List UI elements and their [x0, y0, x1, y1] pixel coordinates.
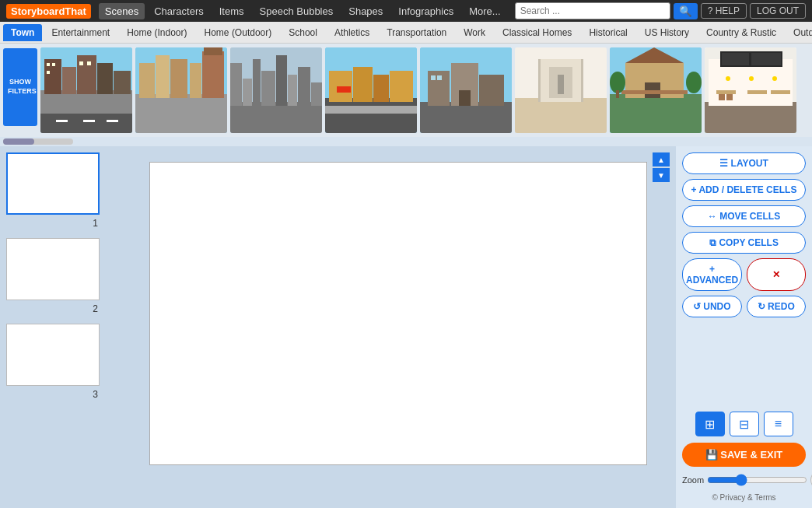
scene-thumb-5[interactable] [420, 47, 512, 133]
page-3-thumb[interactable] [6, 324, 100, 386]
svg-rect-3 [62, 67, 76, 94]
nav-items[interactable]: Items [213, 3, 250, 19]
right-panel-bottom: ⊞ ⊟ ≡ 💾 SAVE & EXIT Zoom ✕ © Privacy & T… [682, 412, 806, 502]
save-exit-button[interactable]: 💾 SAVE & EXIT [682, 443, 806, 467]
zoom-label: Zoom [682, 475, 704, 485]
svg-rect-30 [276, 55, 287, 106]
nav-infographics[interactable]: Infographics [392, 3, 460, 19]
svg-rect-22 [202, 51, 224, 98]
svg-rect-51 [515, 98, 607, 133]
svg-rect-5 [97, 63, 113, 94]
svg-rect-29 [261, 71, 275, 106]
page-1-thumb[interactable] [6, 152, 100, 215]
zoom-slider[interactable] [707, 474, 807, 486]
tab-home-outdoor[interactable]: Home (Outdoor) [197, 24, 280, 41]
show-filters-button[interactable]: SHOW FILTERS [3, 48, 37, 126]
layout-button[interactable]: ☰ LAYOUT [682, 152, 806, 174]
tab-work[interactable]: Work [456, 24, 493, 41]
storyboard-canvas[interactable] [149, 162, 647, 465]
svg-rect-21 [190, 63, 201, 98]
svg-point-65 [686, 72, 702, 93]
close-button[interactable]: ✕ [747, 258, 806, 291]
zoom-row: Zoom ✕ [682, 473, 806, 487]
layout-grid-button[interactable]: ⊞ [695, 412, 725, 436]
svg-rect-67 [705, 102, 796, 133]
svg-rect-27 [243, 79, 252, 106]
scene-thumb-7[interactable] [610, 47, 702, 133]
tab-entertainment[interactable]: Entertainment [44, 24, 117, 41]
svg-point-78 [749, 76, 754, 81]
nav-speech-bubbles[interactable]: Speech Bubbles [254, 3, 340, 19]
nav-shapes[interactable]: Shapes [342, 3, 389, 19]
tab-home-indoor[interactable]: Home (Indoor) [119, 24, 194, 41]
svg-rect-33 [311, 82, 322, 106]
top-navigation: StoryboardThat Scenes Characters Items S… [0, 0, 812, 22]
scene-thumb-6[interactable] [515, 47, 607, 133]
page-1-number: 1 [93, 218, 98, 229]
layout-rows-button[interactable]: ≡ [764, 412, 793, 436]
nav-more[interactable]: More... [463, 3, 506, 19]
svg-rect-48 [431, 75, 436, 80]
svg-rect-47 [459, 90, 471, 106]
scene-thumb-8[interactable] [705, 47, 796, 133]
search-area: 🔍 ? HELP LOG OUT [515, 2, 806, 19]
tab-us-history[interactable]: US History [637, 24, 697, 41]
undo-button[interactable]: ↺ UNDO [682, 296, 742, 317]
svg-rect-31 [288, 75, 297, 106]
svg-rect-62 [621, 90, 688, 94]
svg-rect-8 [52, 63, 55, 66]
advanced-button[interactable]: + ADVANCED [682, 258, 742, 291]
svg-rect-37 [353, 67, 373, 102]
tab-classical-homes[interactable]: Classical Homes [495, 24, 579, 41]
help-button[interactable]: ? HELP [701, 3, 747, 19]
search-input[interactable] [515, 2, 670, 19]
svg-rect-35 [325, 98, 417, 133]
layout-icons-row: ⊞ ⊟ ≡ [682, 412, 806, 436]
right-panel: ☰ LAYOUT + ADD / DELETE CELLS ↔ MOVE CEL… [676, 146, 812, 508]
move-cells-button[interactable]: ↔ MOVE CELLS [682, 205, 806, 227]
canvas-up-button[interactable]: ▲ [653, 152, 670, 166]
tab-school[interactable]: School [281, 24, 325, 41]
page-1-wrap: 1 [6, 152, 100, 215]
svg-rect-32 [298, 67, 310, 106]
svg-rect-55 [538, 59, 541, 102]
scene-thumb-3[interactable] [230, 47, 322, 133]
logout-button[interactable]: LOG OUT [750, 3, 806, 19]
canvas-down-button[interactable]: ▼ [653, 168, 670, 182]
add-delete-cells-button[interactable]: + ADD / DELETE CELLS [682, 179, 806, 201]
undo-redo-row: ↺ UNDO ↻ REDO [682, 296, 806, 317]
nav-scenes[interactable]: Scenes [99, 3, 145, 19]
nav-characters[interactable]: Characters [148, 3, 210, 19]
tab-town[interactable]: Town [3, 24, 42, 41]
privacy-link[interactable]: © Privacy & Terms [682, 493, 806, 502]
page-2-thumb[interactable] [6, 238, 100, 300]
scrollbar-row [0, 137, 812, 146]
scene-thumb-4[interactable] [325, 47, 417, 133]
scene-thumb-1[interactable] [40, 47, 132, 133]
svg-rect-25 [230, 102, 322, 133]
scene-thumb-2[interactable] [135, 47, 227, 133]
tab-athletics[interactable]: Athletics [327, 24, 377, 41]
svg-rect-13 [56, 120, 68, 122]
svg-rect-4 [77, 55, 96, 94]
tab-country-rustic[interactable]: Country & Rustic [698, 24, 784, 41]
scrollbar-thumb[interactable] [3, 138, 34, 145]
svg-rect-43 [420, 102, 512, 133]
copy-cells-button[interactable]: ⧉ COPY CELLS [682, 232, 806, 254]
main-area: 1 2 3 ▲ ▼ ☰ LAYOUT + ADD / DELETE CELLS … [0, 146, 812, 508]
canvas-up-down: ▲ ▼ [653, 152, 670, 182]
svg-rect-39 [390, 71, 413, 102]
svg-rect-76 [751, 53, 781, 65]
page-2-number: 2 [93, 303, 98, 314]
svg-rect-58 [610, 94, 702, 133]
svg-point-63 [610, 72, 625, 93]
scrollbar-track[interactable] [3, 138, 73, 145]
svg-point-79 [772, 76, 777, 81]
tab-historical[interactable]: Historical [581, 24, 635, 41]
search-button[interactable]: 🔍 [674, 3, 698, 19]
svg-rect-23 [204, 47, 222, 55]
redo-button[interactable]: ↻ REDO [747, 296, 807, 317]
tab-outdoor[interactable]: Outdoor [786, 24, 812, 41]
layout-columns-button[interactable]: ⊟ [730, 412, 759, 436]
tab-transportation[interactable]: Transportation [379, 24, 454, 41]
